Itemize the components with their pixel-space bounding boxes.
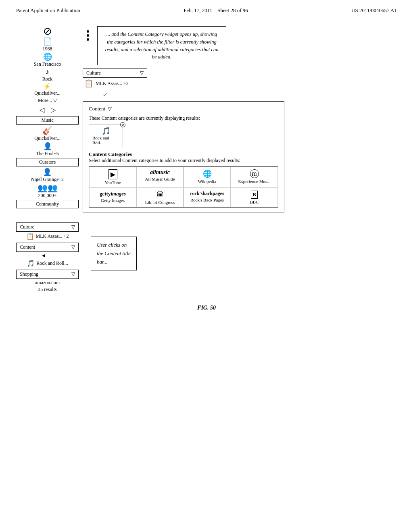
more-dropdown[interactable]: More... ▽ — [38, 98, 57, 104]
widget-item-fool: 👤 The Fool+5 — [36, 142, 58, 157]
user-note-callout: User clicks on the Content title bar... — [91, 237, 137, 270]
cat-allmusic[interactable]: allmusic All Music Guide — [136, 166, 184, 188]
chip-label: Rock and Roll... — [92, 135, 119, 145]
categories-grid: ▶ YouTube allmusic All Music Guide 🌐 Wik… — [89, 166, 278, 208]
bbc-icon: B — [251, 191, 258, 199]
bbc-label: BBC — [250, 200, 259, 204]
header-publication: Patent Application Publication — [16, 7, 80, 14]
widget-item-nigel: 👤 Nigel Grainge+2 — [31, 168, 64, 183]
content-widget-container: Content ▽ These Content categories are c… — [83, 101, 284, 212]
bottom-content-sub: 🎵 Rock and Roll... — [27, 260, 68, 267]
culture-widget-bar[interactable]: Culture ▽ — [83, 69, 147, 78]
culture-widget-sub: 📋 MLK Assas... +2 — [84, 79, 397, 88]
nav-back[interactable]: ◁ — [40, 106, 44, 114]
section-community-box: Community — [16, 200, 79, 208]
bottom-shopping-sub1: amazon.com — [35, 280, 60, 286]
loc-label: Lib. of Congress — [145, 200, 175, 205]
page-header: Patent Application Publication Feb. 17, … — [0, 0, 413, 18]
bottom-culture-bar[interactable]: Culture ▽ — [16, 222, 79, 232]
nav-row: ◁ ▷ — [40, 106, 56, 114]
section-music-box: Music — [16, 116, 79, 125]
bottom-shopping-sub2: 35 results — [38, 287, 56, 293]
bottom-left-panel: Culture ▽ 📋 MLK Assas... +2 Content ▽ ◄ … — [16, 222, 79, 293]
content-categories-section: Content Categories Select additional Con… — [89, 151, 278, 208]
nav-forward[interactable]: ▷ — [51, 106, 56, 114]
figure-label: FIG. 50 — [0, 305, 413, 311]
wikipedia-label: Wikipedia — [198, 179, 216, 184]
widget-item-1968: 📄 1968 — [43, 37, 52, 52]
bullet-dots — [87, 30, 89, 41]
rocksback-label: Rock's Back Pages — [190, 197, 224, 202]
widget-item-music-icon: 🎸 Quicksilver... — [34, 126, 60, 141]
youtube-label: YouTube — [104, 180, 121, 185]
cat-bbc[interactable]: B BBC — [231, 188, 278, 208]
cc-title: Content Categories — [89, 151, 278, 158]
rock-and-roll-chip[interactable]: ⊕ 🎵 Rock and Roll... — [89, 125, 123, 147]
getty-label: Getty Images — [101, 198, 125, 203]
getty-icon: gettyimages — [100, 191, 126, 197]
cat-wikipedia[interactable]: 🌐 Wikipedia — [184, 166, 231, 188]
expmusic-label: Experience Mus... — [238, 179, 270, 184]
widget-item-sf: 🌐 San Francisco — [34, 52, 61, 67]
cat-experience-music[interactable]: m Experience Mus... — [231, 166, 278, 188]
cat-loc[interactable]: 🏛 Lib. of Congress — [136, 188, 184, 208]
bottom-shopping-bar[interactable]: Shopping ▽ — [16, 270, 79, 279]
content-title-bar[interactable]: Content ▽ — [89, 106, 278, 112]
allmusic-icon: allmusic — [150, 169, 170, 176]
bottom-content-bar[interactable]: Content ▽ — [16, 243, 79, 252]
wikipedia-icon: 🌐 — [203, 169, 212, 178]
widget-item-quicksilver: ⚡ Quicksilver... — [34, 83, 60, 96]
bottom-content-arrow: ◄ — [41, 253, 46, 259]
loc-icon: 🏛 — [156, 191, 164, 199]
section-curators-box: Curators — [16, 158, 79, 166]
cat-rocksback[interactable]: rock'sbackpages Rock's Back Pages — [184, 188, 231, 208]
bottom-culture-sub: 📋 MLK Assas... +2 — [26, 233, 69, 240]
widget-item-top-icon: ⊘ — [43, 26, 52, 37]
right-content-area: ... and the Content Category widget open… — [83, 26, 397, 212]
cc-subtitle: Select additional Content categories to … — [89, 158, 278, 164]
cat-youtube[interactable]: ▶ YouTube — [89, 166, 136, 188]
expmusic-icon: m — [250, 169, 259, 178]
widget-item-rock: ♪ Rock — [42, 68, 52, 82]
cat-getty[interactable]: gettyimages Getty Images — [89, 188, 136, 208]
chip-circle-badge: ⊕ — [120, 122, 125, 127]
callout-box-top: ... and the Content Category widget open… — [97, 26, 226, 65]
left-sidebar: ⊘ 📄 1968 🌐 San Francisco ♪ Rock ⚡ Quicks… — [16, 26, 79, 212]
rocksback-icon: rock'sbackpages — [190, 191, 224, 197]
youtube-icon: ▶ — [108, 169, 117, 179]
widget-item-200k: 👥👥 200,000+ — [38, 183, 58, 199]
currently-showing-text: These Content categories are currently d… — [89, 115, 278, 121]
allmusic-label: All Music Guide — [145, 177, 175, 181]
header-patent-number: US 2011/0040657 A1 — [351, 7, 397, 14]
chip-music-icon: 🎵 — [102, 127, 111, 135]
header-date-sheet: Feb. 17, 2011 Sheet 28 of 96 — [184, 7, 248, 14]
